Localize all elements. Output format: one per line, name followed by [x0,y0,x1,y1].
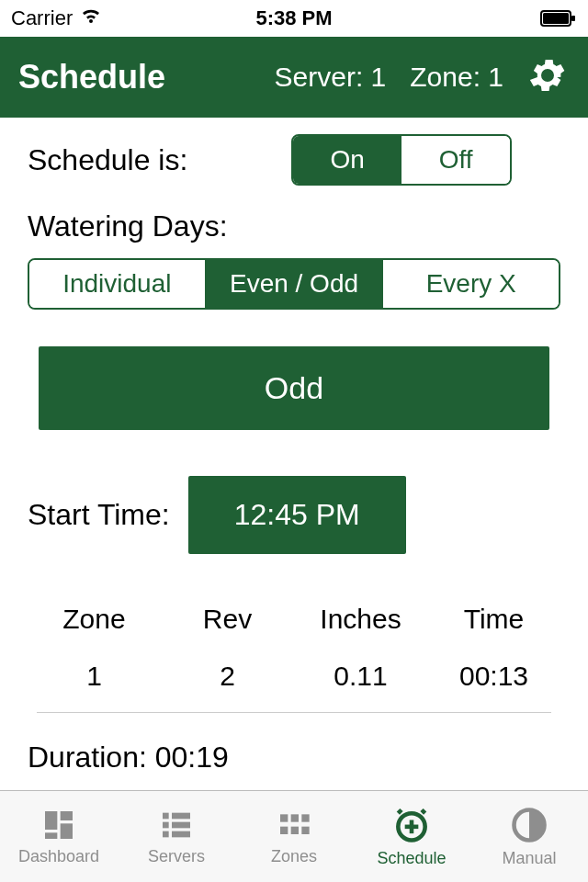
svg-rect-17 [291,827,299,834]
svg-line-23 [422,810,425,814]
watering-days-label: Watering Days: [28,209,560,243]
zone-table: Zone Rev Inches Time 1 2 0.11 00:13 [28,591,560,713]
svg-rect-6 [45,832,57,839]
schedule-toggle: On Off [291,134,512,186]
svg-rect-7 [163,813,169,820]
tab-servers[interactable]: Servers [118,791,235,882]
manual-icon [509,805,549,845]
svg-rect-12 [172,831,190,838]
zones-icon [276,807,312,843]
svg-rect-15 [301,814,309,821]
tab-schedule[interactable]: Schedule [353,791,470,882]
app-header: Schedule Server: 1 Zone: 1 [0,37,588,118]
duration-label: Duration: 00:19 [28,741,560,775]
tab-label: Manual [502,849,556,868]
col-zone: Zone [28,604,161,635]
svg-rect-18 [301,827,309,834]
svg-rect-8 [172,813,190,820]
svg-rect-16 [280,827,288,834]
schedule-icon [391,805,432,845]
svg-rect-2 [571,16,575,21]
wifi-icon [80,6,102,30]
schedule-off[interactable]: Off [401,136,510,184]
tab-dashboard[interactable]: Dashboard [0,791,118,882]
schedule-on[interactable]: On [293,136,401,184]
zone-label: Zone: 1 [410,62,503,93]
svg-rect-14 [291,814,299,821]
col-rev: Rev [161,604,294,635]
tab-label: Zones [271,847,317,866]
tab-label: Servers [148,847,205,866]
watering-every-x[interactable]: Every X [381,260,559,308]
carrier-label: Carrier [11,6,73,30]
tab-manual[interactable]: Manual [470,791,588,882]
table-row[interactable]: 1 2 0.11 00:13 [28,648,560,705]
svg-rect-11 [163,831,169,838]
watering-individual[interactable]: Individual [29,260,205,308]
watering-even-odd[interactable]: Even / Odd [205,260,382,308]
page-title: Schedule [18,58,165,96]
clock: 5:38 PM [255,6,332,30]
gear-icon[interactable] [526,53,570,101]
svg-rect-10 [172,822,190,829]
watering-days-segment: Individual Even / Odd Every X [28,258,560,310]
cell-rev: 2 [161,661,294,692]
col-inches: Inches [294,604,427,635]
battery-icon [540,9,577,28]
svg-rect-3 [45,811,57,830]
tab-bar: Dashboard Servers Zones Schedule Manual [0,790,588,882]
svg-rect-9 [163,822,169,829]
server-label: Server: 1 [275,62,387,93]
svg-rect-1 [543,13,569,24]
odd-button[interactable]: Odd [39,346,550,430]
dashboard-icon [40,807,77,843]
svg-rect-4 [61,811,73,820]
cell-time: 00:13 [427,661,560,692]
svg-rect-5 [61,823,73,839]
start-time-button[interactable]: 12:45 PM [188,476,406,554]
start-time-label: Start Time: [28,498,170,532]
servers-icon [158,807,195,843]
tab-label: Schedule [377,849,446,868]
svg-rect-13 [280,814,288,821]
status-bar: Carrier 5:38 PM [0,0,588,37]
table-divider [37,712,551,713]
cell-zone: 1 [28,661,161,692]
col-time: Time [427,604,560,635]
tab-zones[interactable]: Zones [235,791,353,882]
tab-label: Dashboard [18,847,99,866]
cell-inches: 0.11 [294,661,427,692]
schedule-is-label: Schedule is: [28,143,187,177]
svg-line-22 [398,810,401,814]
